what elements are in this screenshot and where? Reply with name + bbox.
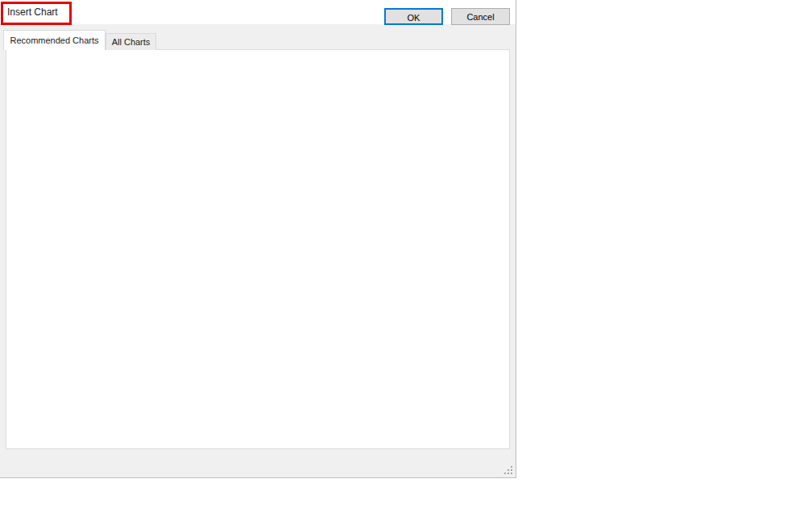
annotation-box-title — [1, 2, 72, 25]
resize-grip[interactable] — [503, 465, 513, 475]
screen: { "window": { "title": "Insert Chart", "… — [0, 0, 812, 508]
dialog-footer — [0, 449, 516, 477]
dialog-content-pane — [6, 49, 510, 449]
cancel-button[interactable]: Cancel — [451, 8, 510, 25]
insert-chart-dialog: Insert Chart ? ✕ Recommended Charts All … — [0, 0, 516, 478]
ok-button[interactable]: OK — [384, 8, 443, 25]
tab-all-charts[interactable]: All Charts — [106, 33, 156, 50]
tab-recommended-charts[interactable]: Recommended Charts — [3, 30, 106, 50]
